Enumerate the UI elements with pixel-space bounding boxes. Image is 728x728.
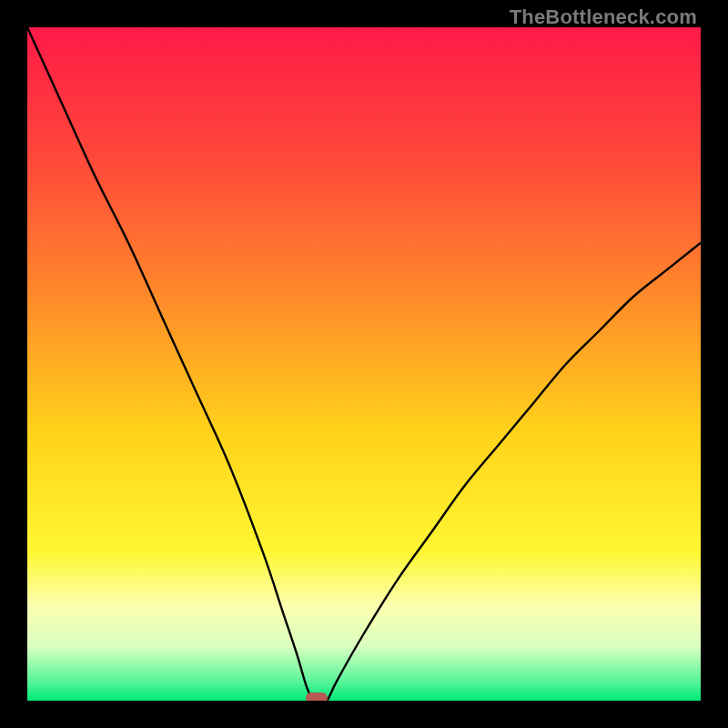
- watermark-label: TheBottleneck.com: [510, 5, 697, 29]
- bottleneck-curve: [27, 27, 701, 701]
- optimal-marker: [306, 693, 328, 701]
- chart-frame: TheBottleneck.com: [0, 0, 728, 728]
- plot-area: [27, 27, 701, 701]
